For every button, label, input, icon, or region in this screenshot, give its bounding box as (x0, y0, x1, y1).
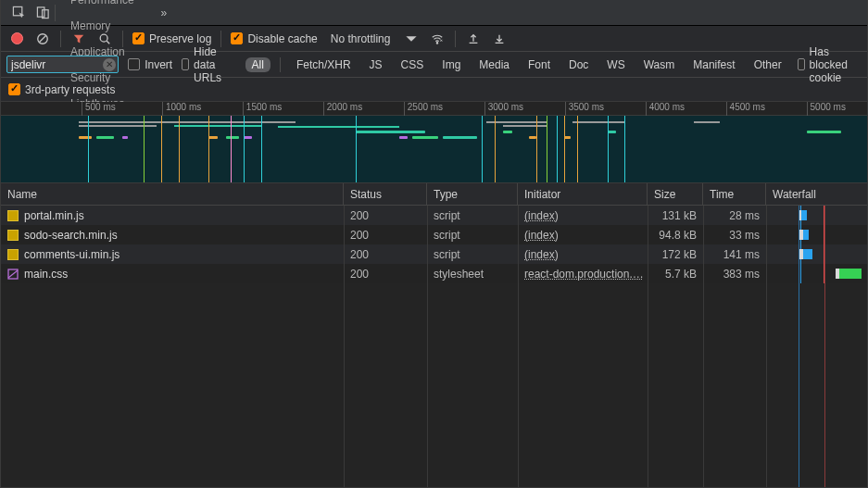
invert-label: Invert (145, 58, 172, 71)
svg-rect-1 (37, 7, 44, 17)
timeline-segment (503, 131, 511, 133)
timeline-ruler: 500 ms1000 ms1500 ms2000 ms2500 ms3000 m… (1, 102, 867, 116)
type-filter-all[interactable]: All (245, 57, 270, 72)
inspect-icon[interactable] (6, 0, 31, 26)
cell-size: 172 kB (648, 244, 703, 264)
export-har-icon[interactable] (491, 31, 508, 47)
table-row[interactable]: main.css200stylesheetreact-dom.productio… (1, 264, 867, 283)
overview-timeline[interactable]: 500 ms1000 ms1500 ms2000 ms2500 ms3000 m… (1, 102, 867, 183)
clear-button[interactable] (34, 31, 51, 47)
record-button[interactable] (8, 31, 25, 47)
preserve-log-checkbox[interactable]: Preserve log (132, 32, 211, 45)
cell-size: 5.7 kB (648, 264, 703, 283)
search-icon[interactable] (96, 31, 113, 47)
col-header-waterfall[interactable]: Waterfall (766, 183, 867, 205)
cell-initiator[interactable]: (index) (518, 206, 648, 225)
has-blocked-cookies-checkbox[interactable]: Has blocked cookie (798, 45, 862, 84)
js-file-icon (7, 210, 19, 221)
filter-input-wrapper[interactable]: ✕ (6, 56, 119, 73)
cell-initiator[interactable]: (index) (518, 225, 648, 244)
requests-table: Name Status Type Initiator Size Time Wat… (1, 183, 867, 488)
ruler-tick: 3000 ms (484, 102, 485, 116)
third-party-label: 3rd-party requests (25, 83, 115, 96)
timeline-marker (208, 116, 209, 182)
cell-type: stylesheet (427, 264, 518, 283)
col-header-status[interactable]: Status (344, 183, 427, 205)
svg-line-4 (40, 35, 46, 42)
ruler-tick: 1500 ms (243, 102, 244, 116)
cell-initiator[interactable]: (index) (518, 244, 648, 264)
ruler-tick: 500 ms (82, 102, 82, 116)
table-row[interactable]: comments-ui.min.js200script(index)172 kB… (1, 244, 867, 264)
has-blocked-cookies-label: Has blocked cookie (810, 45, 862, 84)
type-filter-img[interactable]: Img (435, 57, 467, 72)
timeline-marker (495, 116, 496, 182)
type-filter-font[interactable]: Font (522, 57, 557, 72)
initiator-link[interactable]: react-dom.production.… (524, 268, 644, 281)
js-file-icon (7, 230, 19, 241)
type-filter-media[interactable]: Media (472, 57, 516, 72)
initiator-link[interactable]: (index) (524, 209, 559, 222)
timeline-segment (412, 136, 438, 139)
waterfall-bar (799, 249, 812, 259)
more-tabs-button[interactable]: » (149, 6, 178, 19)
col-header-initiator[interactable]: Initiator (518, 183, 648, 205)
ruler-tick-label: 500 ms (85, 102, 116, 112)
timeline-segment (399, 136, 408, 139)
cell-waterfall (766, 225, 867, 244)
timeline-thin (79, 121, 174, 123)
timeline-marker (88, 116, 89, 182)
type-filter-fetchxhr[interactable]: Fetch/XHR (290, 57, 358, 72)
filter-toggle-icon[interactable] (70, 31, 87, 47)
col-header-name[interactable]: Name (1, 183, 344, 205)
invert-checkbox[interactable]: Invert (128, 58, 172, 71)
col-header-time[interactable]: Time (703, 183, 766, 205)
type-filter-manifest[interactable]: Manifest (686, 57, 741, 72)
file-name: comments-ui.min.js (24, 248, 120, 261)
throttling-caret-icon[interactable] (403, 31, 420, 47)
tab-performance[interactable]: Performance (56, 0, 149, 13)
disable-cache-checkbox[interactable]: Disable cache (231, 32, 317, 45)
svg-point-5 (100, 34, 107, 42)
type-filter-ws[interactable]: WS (600, 57, 631, 72)
timeline-thin (278, 126, 399, 128)
ruler-tick: 3500 ms (565, 102, 566, 116)
col-header-size[interactable]: Size (648, 183, 703, 205)
network-conditions-icon[interactable] (429, 31, 446, 47)
timeline-marker (624, 116, 625, 182)
waterfall-bar (799, 210, 807, 220)
third-party-checkbox[interactable]: 3rd-party requests (8, 83, 115, 96)
timeline-marker (244, 116, 245, 182)
import-har-icon[interactable] (465, 31, 482, 47)
device-toolbar-icon[interactable] (31, 0, 55, 26)
table-row[interactable]: sodo-search.min.js200script(index)94.8 k… (1, 225, 867, 244)
timeline-marker (577, 116, 578, 182)
initiator-link[interactable]: (index) (524, 248, 559, 261)
filter-input[interactable] (11, 58, 101, 71)
initiator-link[interactable]: (index) (524, 229, 559, 242)
hide-data-urls-checkbox[interactable]: Hide data URLs (182, 45, 235, 84)
waterfall-marker (824, 206, 824, 225)
clear-filter-icon[interactable]: ✕ (103, 58, 116, 71)
table-row[interactable]: portal.min.js200script(index)131 kB28 ms (1, 206, 867, 225)
type-filter-css[interactable]: CSS (395, 57, 431, 72)
timeline-marker (482, 116, 483, 182)
type-filter-other[interactable]: Other (748, 57, 788, 72)
ruler-tick-label: 3000 ms (488, 102, 523, 112)
type-filter-wasm[interactable]: Wasm (637, 57, 682, 72)
ruler-tick: 2000 ms (323, 102, 324, 116)
type-filter-doc[interactable]: Doc (562, 57, 595, 72)
cell-type: script (427, 206, 518, 225)
css-file-icon (7, 269, 19, 280)
separator (122, 31, 123, 47)
cell-initiator[interactable]: react-dom.production.… (518, 264, 648, 283)
waterfall-bar (836, 269, 862, 279)
throttling-select[interactable]: No throttling (327, 32, 395, 45)
cell-status: 200 (344, 206, 427, 225)
ruler-tick-label: 2500 ms (408, 102, 443, 112)
type-filter-js[interactable]: JS (363, 57, 389, 72)
ruler-tick-label: 4500 ms (730, 102, 765, 112)
col-header-type[interactable]: Type (427, 183, 518, 205)
timeline-marker (564, 116, 565, 182)
hide-data-urls-label: Hide data URLs (194, 45, 235, 84)
